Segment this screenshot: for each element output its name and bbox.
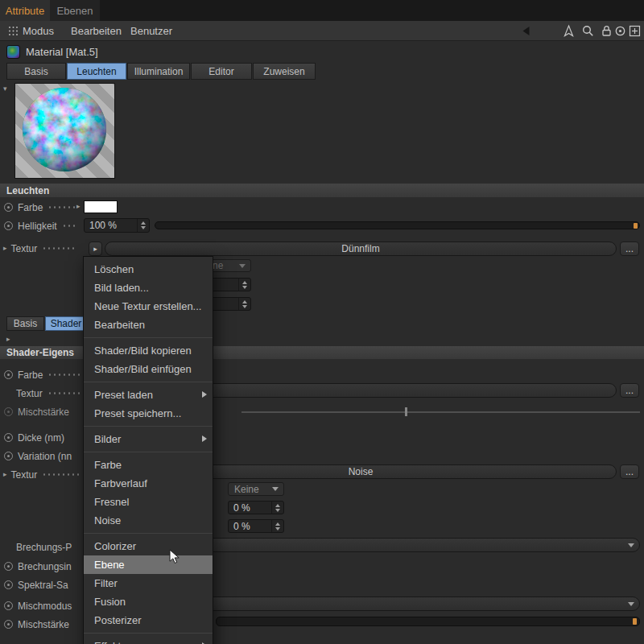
menu-item-bild-laden[interactable]: Bild laden... <box>84 279 213 297</box>
menu-item-noise[interactable]: Noise <box>84 511 213 530</box>
spinner-arrows-icon[interactable] <box>271 520 283 532</box>
menu-item-fusion[interactable]: Fusion <box>84 592 213 611</box>
row-shader-farbe: Farbe <box>4 368 83 382</box>
row-shader-textur2: ▸ Textur <box>3 468 83 481</box>
menu-separator <box>84 426 213 427</box>
section-title: Leuchten <box>6 185 49 196</box>
percent-spinner-1[interactable]: 0 % <box>228 501 284 514</box>
menu-item-colorizer[interactable]: Colorizer <box>84 537 213 555</box>
leader-dots <box>47 206 77 208</box>
animation-dot-icon[interactable] <box>4 433 13 442</box>
shader-textur-more-button[interactable]: ... <box>620 383 639 398</box>
tab-zuweisen[interactable]: Zuweisen <box>253 63 316 80</box>
keine-value: Keine <box>229 484 259 495</box>
tab-illumination[interactable]: Illumination <box>127 63 190 80</box>
target-icon[interactable] <box>613 24 627 38</box>
cursor-icon[interactable] <box>562 24 576 38</box>
menu-item-farbverlauf[interactable]: Farbverlauf <box>84 474 213 493</box>
preview-disclosure-icon[interactable]: ▾ <box>3 85 7 93</box>
percent-value: 0 % <box>229 502 250 514</box>
animation-dot-icon[interactable] <box>4 221 13 230</box>
textur-shader-button[interactable]: Dünnfilm <box>105 242 617 256</box>
menu-item-preset-speichern[interactable]: Preset speichern... <box>84 404 213 423</box>
menu-item-fresnel[interactable]: Fresnel <box>84 493 213 511</box>
attribute-manager-window: Attribute Ebenen Modus Bearbeiten Benutz… <box>0 0 644 644</box>
animation-dot-icon[interactable] <box>4 562 13 571</box>
animation-dot-icon[interactable] <box>4 370 13 379</box>
menu-item-filter[interactable]: Filter <box>84 574 213 592</box>
keine-dropdown[interactable]: Keine <box>228 482 284 496</box>
variation-label: Variation (nn <box>18 451 72 462</box>
disclosure-icon[interactable]: ▸ <box>3 471 7 478</box>
row-brechungsindex: Brechungsin <box>4 559 83 573</box>
menu-item-loeschen[interactable]: Löschen <box>84 260 213 279</box>
menu-item-shader-bild-kopieren[interactable]: Shader/Bild kopieren <box>84 341 213 360</box>
mischstaerke2-slider[interactable] <box>216 617 640 626</box>
spinner-arrows-icon[interactable] <box>238 279 250 291</box>
color-expand-icon[interactable]: ▸ <box>76 203 80 210</box>
texture-menu-button[interactable]: ▸ <box>89 242 102 256</box>
menu-item-effekte[interactable]: Effekte <box>84 637 213 644</box>
animation-dot-icon[interactable] <box>4 203 13 212</box>
dropdown-caret-icon <box>239 264 246 268</box>
slider-handle[interactable] <box>634 223 638 229</box>
menu-bearbeiten[interactable]: Bearbeiten <box>71 21 122 41</box>
tab-attribute[interactable]: Attribute <box>0 0 50 21</box>
menubar: Modus Bearbeiten Benutzer <box>0 21 644 41</box>
tab-basis[interactable]: Basis <box>6 63 66 80</box>
spinner-arrows-icon[interactable] <box>271 502 283 514</box>
more-label: ... <box>625 466 634 477</box>
percent-spinner-2[interactable]: 0 % <box>228 519 284 533</box>
menu-item-preset-laden[interactable]: Preset laden <box>84 386 213 404</box>
slider-handle[interactable] <box>405 407 407 416</box>
material-preview[interactable] <box>14 83 115 179</box>
menu-item-ebene[interactable]: Ebene <box>84 555 213 574</box>
helligkeit-spinner[interactable]: 100 % <box>84 218 150 233</box>
tab-editor[interactable]: Editor <box>191 63 252 80</box>
back-arrow-icon[interactable] <box>519 24 533 38</box>
slider-handle[interactable] <box>633 618 637 625</box>
row-farbe: Farbe <box>4 200 80 214</box>
animation-dot-icon[interactable] <box>4 580 13 589</box>
animation-dot-icon[interactable] <box>4 601 13 610</box>
menu-item-farbe[interactable]: Farbe <box>84 456 213 474</box>
row-mischstaerke2: Mischstärke <box>4 617 83 631</box>
row-dicke: Dicke (nm) <box>4 431 83 444</box>
panel-tab-bar: Attribute Ebenen <box>0 0 644 21</box>
helligkeit-value: 100 % <box>85 220 117 231</box>
farbe-color-swatch[interactable] <box>84 200 118 213</box>
menu-item-label: Bilder <box>94 433 121 445</box>
menu-modus[interactable]: Modus <box>23 21 54 41</box>
menu-separator <box>84 337 213 338</box>
material-thumbnail-icon <box>6 45 20 59</box>
search-icon[interactable] <box>581 24 595 38</box>
shader-tab-basis[interactable]: Basis <box>6 316 44 331</box>
menu-item-shader-bild-einfuegen[interactable]: Shader/Bild einfügen <box>84 360 213 378</box>
lock-icon[interactable] <box>600 24 613 38</box>
menu-item-bilder[interactable]: Bilder <box>84 430 213 448</box>
disclosure-icon[interactable]: ▸ <box>3 245 7 252</box>
menu-item-posterizer[interactable]: Posterizer <box>84 611 213 630</box>
menu-item-bearbeiten[interactable]: Bearbeiten <box>84 316 213 334</box>
group-disclosure-icon[interactable]: ▸ <box>6 336 10 343</box>
more-label: ... <box>625 243 634 254</box>
textur-more-button[interactable]: ... <box>620 242 639 256</box>
mischstaerke-slider[interactable] <box>242 411 640 413</box>
menu-item-label: Effekte <box>94 640 126 644</box>
add-panel-icon[interactable] <box>628 24 642 38</box>
noise-more-button[interactable]: ... <box>620 464 639 479</box>
menu-item-neue-textur[interactable]: Neue Textur erstellen... <box>84 297 213 316</box>
menu-benutzer[interactable]: Benutzer <box>130 21 172 41</box>
grid-icon[interactable] <box>6 24 20 38</box>
section-header-leuchten: Leuchten <box>0 184 644 197</box>
shader-farbe-label: Farbe <box>18 369 43 381</box>
animation-dot-icon[interactable] <box>4 620 13 629</box>
tab-ebenen[interactable]: Ebenen <box>50 0 100 21</box>
shader-tab-shader[interactable]: Shader <box>45 316 87 331</box>
material-preview-sphere <box>15 84 114 178</box>
spinner-arrows-icon[interactable] <box>137 219 149 232</box>
spinner-arrows-icon[interactable] <box>238 298 250 310</box>
tab-leuchten[interactable]: Leuchten <box>67 63 126 80</box>
helligkeit-slider[interactable] <box>155 221 640 229</box>
animation-dot-icon[interactable] <box>4 452 13 460</box>
